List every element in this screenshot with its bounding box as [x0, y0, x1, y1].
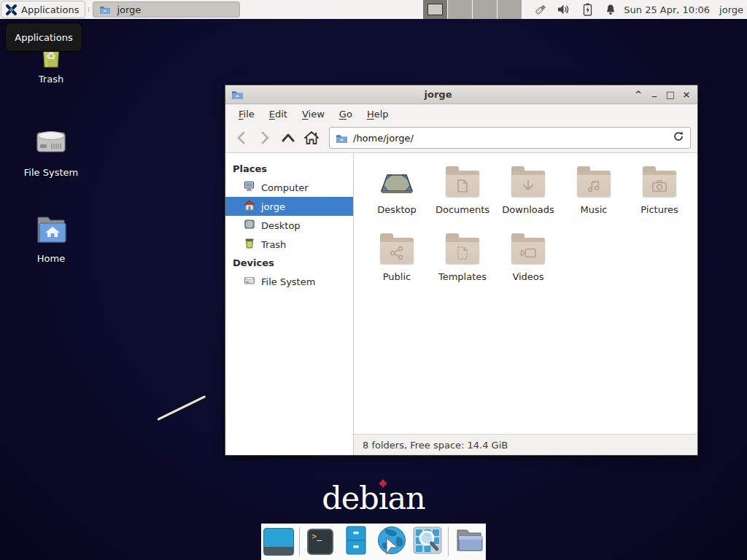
application-finder-launcher[interactable] — [412, 526, 443, 557]
drive-icon — [33, 124, 69, 163]
show-desktop-button[interactable] — [263, 526, 294, 557]
file-item-public[interactable]: Public — [364, 232, 430, 299]
menu-view[interactable]: View — [295, 106, 332, 122]
menu-go[interactable]: Go — [332, 106, 360, 122]
menu-file[interactable]: File — [231, 106, 262, 122]
menu-edit[interactable]: Edit — [262, 106, 295, 122]
terminal-launcher[interactable]: >_ — [305, 526, 336, 557]
file-item-downloads[interactable]: Downloads — [495, 165, 561, 232]
file-item-label: Videos — [512, 271, 543, 282]
download-arrow-icon — [511, 175, 545, 197]
computer-icon — [244, 181, 255, 194]
panel-handle[interactable]: ⁞ — [85, 6, 91, 13]
file-item-music[interactable]: Music — [561, 165, 627, 232]
home-folder-icon — [33, 213, 69, 249]
workspace-2[interactable] — [448, 0, 473, 19]
path-input[interactable]: /home/jorge/ — [353, 133, 667, 144]
window-title: jorge — [244, 89, 632, 100]
sidebar-item-label: Trash — [261, 239, 286, 250]
file-grid: Desktop — [354, 153, 697, 434]
folder-icon — [446, 171, 479, 197]
file-item-templates[interactable]: Templates — [430, 232, 495, 299]
sidebar-item-trash[interactable]: Trash — [225, 235, 353, 254]
applications-tooltip-text: Applications — [15, 32, 72, 43]
desktop-icon-label: File System — [24, 167, 78, 178]
workspace-1[interactable] — [423, 0, 448, 19]
folder-icon — [511, 171, 545, 197]
toolbar: /home/jorge/ — [225, 123, 697, 153]
desktop-icon — [244, 219, 255, 232]
camera-icon — [643, 175, 676, 197]
trash-icon — [244, 238, 255, 251]
file-item-label: Public — [383, 271, 411, 282]
desktop-icon-label: Home — [37, 253, 65, 264]
statusbar-text: 8 folders, Free space: 14.4 GiB — [363, 440, 508, 451]
workspace-3[interactable] — [473, 0, 498, 19]
file-cabinet-icon — [345, 526, 367, 558]
folder-icon — [643, 171, 676, 197]
taskbar-window-label: jorge — [117, 4, 141, 15]
home-button[interactable] — [302, 128, 321, 147]
web-browser-launcher[interactable] — [376, 526, 407, 557]
directory-menu-button[interactable] — [454, 526, 484, 557]
file-manager-launcher[interactable] — [341, 526, 371, 557]
window-body: Places Computer — [225, 153, 697, 455]
battery-charging-icon[interactable] — [581, 3, 594, 16]
forward-button[interactable] — [255, 128, 274, 147]
desktop-icon — [378, 165, 416, 203]
desktop-icon-home[interactable]: Home — [10, 213, 92, 264]
top-panel: Applications ⁞ jorge — [0, 0, 747, 19]
up-button[interactable] — [279, 128, 298, 147]
shade-button[interactable]: ^ — [632, 88, 644, 101]
file-item-label: Documents — [436, 204, 489, 215]
applications-menu-button[interactable]: Applications — [1, 1, 85, 18]
file-item-desktop[interactable]: Desktop — [364, 165, 430, 232]
menu-help[interactable]: Help — [360, 106, 396, 122]
volume-icon[interactable] — [557, 3, 570, 16]
panel-user[interactable]: jorge — [719, 4, 743, 15]
main-column: Desktop — [354, 153, 697, 455]
sidebar-item-computer[interactable]: Computer — [225, 178, 353, 197]
maximize-button[interactable]: □ — [665, 88, 676, 101]
applications-tooltip: Applications — [5, 23, 82, 52]
workspace-4[interactable] — [498, 0, 522, 19]
file-item-label: Pictures — [640, 204, 678, 215]
desktop-icon-file-system[interactable]: File System — [10, 124, 92, 178]
desktop-screen: Applications ⁞ jorge — [0, 0, 747, 560]
titlebar[interactable]: jorge ^ _ □ × — [225, 85, 697, 104]
sidebar-item-desktop[interactable]: Desktop — [225, 216, 353, 235]
document-icon — [446, 175, 479, 197]
sidebar-places-header: Places — [225, 160, 353, 178]
folder-icon — [577, 171, 611, 197]
workspace-switcher[interactable] — [423, 0, 522, 19]
file-item-videos[interactable]: Videos — [495, 232, 561, 299]
file-item-pictures[interactable]: Pictures — [627, 165, 692, 232]
video-camera-icon — [511, 242, 545, 264]
home-icon — [244, 200, 255, 213]
window-controls: ^ _ □ × — [632, 88, 692, 101]
sidebar-item-jorge[interactable]: jorge — [225, 197, 353, 216]
back-button[interactable] — [232, 128, 251, 147]
desktop-icon-label: Trash — [39, 74, 63, 85]
file-item-label: Templates — [438, 271, 487, 282]
file-item-label: Downloads — [502, 204, 554, 215]
usb-drive-icon[interactable] — [534, 3, 547, 16]
panel-clock[interactable]: Sun 25 Apr, 10:06 — [624, 4, 710, 15]
menubar: File Edit View Go Help — [225, 104, 697, 123]
folder-icon — [446, 238, 479, 264]
workspace-window-thumb — [427, 4, 443, 15]
file-item-documents[interactable]: Documents — [430, 165, 495, 232]
directory-folder-icon — [454, 527, 484, 556]
sidebar-item-file-system[interactable]: File System — [225, 272, 353, 291]
path-bar[interactable]: /home/jorge/ — [329, 127, 691, 149]
wallpaper-line-artifact — [157, 395, 206, 421]
minimize-button[interactable]: _ — [649, 88, 660, 101]
bell-icon[interactable] — [604, 3, 617, 16]
dock-separator — [299, 527, 300, 556]
close-button[interactable]: × — [681, 88, 692, 101]
reload-button[interactable] — [673, 131, 684, 145]
taskbar-window-button[interactable]: jorge — [93, 1, 240, 18]
file-item-label: Desktop — [377, 204, 417, 215]
terminal-icon: >_ — [307, 529, 333, 555]
sidebar-item-label: File System — [261, 276, 315, 287]
